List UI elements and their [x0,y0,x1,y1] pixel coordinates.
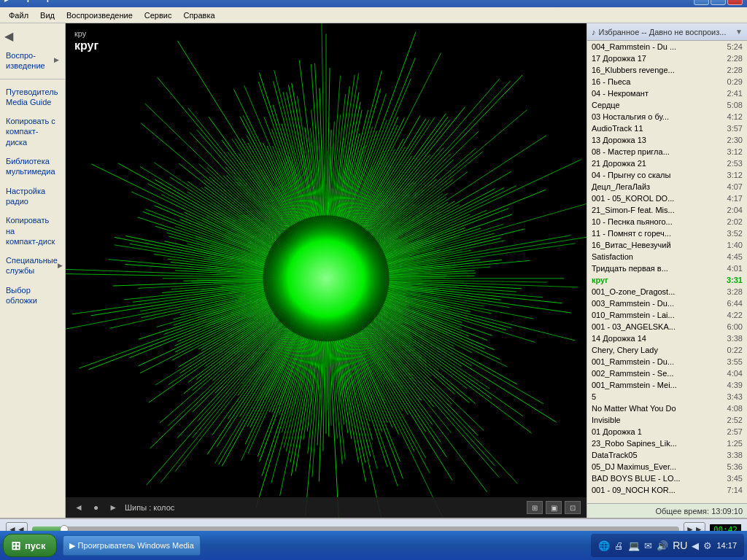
tray-settings-icon[interactable]: ⚙ [703,540,712,551]
playlist-item-name: 01 Дорожка 1 [592,427,724,436]
playlist-item-time: 2:28 [727,54,743,63]
sidebar-item-library[interactable]: Библиотекамультимедиа [0,152,65,182]
playlist-item[interactable]: 16 - Пьеса0:29 [587,76,747,88]
viz-icon-1[interactable]: ⊞ [527,501,543,514]
playlist-item[interactable]: BAD BOYS BLUE - LO...3:45 [587,472,747,484]
playlist-item[interactable]: DataTrack053:38 [587,449,747,461]
playlist-item[interactable]: 23_Robo Sapines_Lik...1:25 [587,438,747,449]
playlist-item[interactable]: Satisfaction4:45 [587,251,747,262]
playlist-item[interactable]: 05_DJ Maximus_Ever...5:36 [587,461,747,472]
tray-printer-icon[interactable]: 🖨 [614,540,624,551]
playlist-item[interactable]: Сердце5:08 [587,99,747,111]
playlist-item-name: 23_Robo Sapines_Lik... [592,439,724,448]
playlist-item[interactable]: 001_Rammstein - Du...3:55 [587,356,747,368]
playlist-item[interactable]: 11 - Помнят с гореч...3:52 [587,228,747,239]
sidebar-item-skin[interactable]: Выборобложки [0,281,65,311]
playlist-item[interactable]: 001_Rammstein - Mei...4:39 [587,379,747,391]
viz-icon-group: ⊞ ▣ ⊡ [527,501,581,514]
tray-ie-icon[interactable]: 🌐 [598,540,610,551]
playlist-item-time: 3:12 [727,147,743,156]
playlist-item[interactable]: 10 - Песнка пьяного...2:02 [587,216,747,228]
start-button[interactable]: ⊞ пуск [3,534,57,557]
tray-mail-icon[interactable]: ✉ [644,540,652,551]
playlist-item-name: Децл_ЛегаЛайз [592,182,724,191]
viz-next-btn[interactable]: ► [106,501,120,514]
playlist-item-time: 4:08 [727,404,743,413]
playlist-item[interactable]: 13 Дорожка 132:30 [587,134,747,146]
menu-view[interactable]: Вид [34,9,61,21]
sidebar-item-radio[interactable]: Настройкарадио [0,182,65,211]
viz-prev-btn[interactable]: ◄ [71,501,86,514]
playlist-item[interactable]: круг3:31 [587,274,747,286]
sidebar-item-rip[interactable]: Копировать скомпакт-диска [0,112,65,152]
playlist-item-time: 4:04 [727,369,743,378]
tray-network-icon[interactable]: 💻 [628,540,640,551]
sidebar-item-services[interactable]: Специальныеслужбы ▶ [0,251,65,281]
viz-icon-2[interactable]: ▣ [546,501,562,514]
playlist-item[interactable]: 04 - Некромант2:41 [587,88,747,99]
playlist-item[interactable]: 001 - 03_ANGELSKA...6:00 [587,321,747,332]
tray-volume-icon[interactable]: 🔊 [657,540,668,551]
sidebar-back-btn[interactable]: ◀ [0,26,65,46]
viz-icon-3[interactable]: ⊡ [565,501,581,514]
playlist-item-time: 3:43 [727,392,743,401]
playlist-item[interactable]: 003_Rammstein - Du...6:44 [587,298,747,309]
playlist-item-time: 3:38 [727,334,743,343]
playlist-item[interactable]: 001_O-zone_Dragost...3:28 [587,286,747,298]
menu-playback[interactable]: Воспроизведение [61,9,139,21]
sidebar-item-play[interactable]: Воспро-изведение ▶ [0,46,65,76]
tray-arrow-icon[interactable]: ◀ [692,540,699,551]
playlist-item[interactable]: 21 Дорожка 212:53 [587,158,747,169]
sidebar-item-burn[interactable]: Копировать накомпакт-диск [0,211,65,251]
playlist-item[interactable]: Invisible2:52 [587,414,747,426]
playlist-item-time: 1:25 [727,439,743,448]
playlist-item[interactable]: 001 - 05_KOROL DO...4:17 [587,192,747,204]
sidebar-arrow-play: ▶ [54,56,59,65]
app-icon: ▶ [4,0,16,3]
playlist-item[interactable]: 14 Дорожка 143:38 [587,332,747,344]
playlist-item[interactable]: 002_Rammstein - Se...4:04 [587,368,747,379]
maximize-button[interactable]: □ [711,0,726,5]
playlist-item-name: 04 - Некромант [592,89,724,98]
sidebar-arrow-services: ▶ [58,262,63,271]
playlist-item[interactable]: 03 Ностальгия о бу...4:12 [587,111,747,122]
playlist-item[interactable]: 01 Дорожка 12:57 [587,426,747,438]
taskbar-items: ▶ Проигрыватель Windows Media [63,535,586,556]
viz-play-btn[interactable]: ● [90,501,101,514]
playlist-item[interactable]: 16_Klubbers revenge...2:28 [587,64,747,76]
playlist-panel: ♪ Избранное -- Давно не воспроиз... ▼ 00… [587,23,747,518]
minimize-button[interactable]: − [694,0,709,5]
menu-file[interactable]: Файл [3,9,34,21]
playlist-item-name: Сердце [592,101,724,109]
sidebar-item-guide[interactable]: ПутеводительMedia Guide [0,82,65,112]
playlist-item-name: 08 - Мастер пригла... [592,147,724,156]
playlist-item-time: 3:28 [727,287,743,296]
playlist-item-time: 6:00 [727,322,743,331]
playlist-item[interactable]: 53:43 [587,391,747,402]
taskbar-app-wmp[interactable]: ▶ Проигрыватель Windows Media [63,535,201,556]
playlist-scroll[interactable]: 004_Rammstein - Du ...5:2417 Дорожка 172… [587,41,747,503]
playlist-item[interactable]: 08 - Мастер пригла...3:12 [587,146,747,158]
playlist-item[interactable]: Децл_ЛегаЛайз4:07 [587,181,747,192]
playlist-item[interactable]: 04 - Прыгну со скалы3:12 [587,169,747,181]
playlist-item-time: 0:22 [727,346,743,354]
close-button[interactable]: ✕ [727,0,743,5]
viz-visualization[interactable] [66,23,587,518]
playlist-item[interactable]: 17 Дорожка 172:28 [587,52,747,64]
viz-header: кру круг [74,29,98,52]
playlist-item[interactable]: 010_Rammstein - Lai...4:22 [587,309,747,321]
playlist-item[interactable]: Chery, Chery Lady0:22 [587,344,747,356]
playlist-item[interactable]: 001 - 09_NOCH KOR...7:14 [587,484,747,496]
menu-services[interactable]: Сервис [139,9,178,21]
menu-help[interactable]: Справка [177,9,220,21]
playlist-item[interactable]: 004_Rammstein - Du ...5:24 [587,41,747,52]
playlist-item-time: 4:39 [727,381,743,389]
playlist-item[interactable]: AudioTrack 113:57 [587,122,747,134]
playlist-item[interactable]: Тридцать первая в...4:01 [587,262,747,274]
playlist-item-name: 21 Дорожка 21 [592,159,724,168]
playlist-item[interactable]: No Matter What You Do4:08 [587,402,747,414]
playlist-item[interactable]: 16_Витас_Невезучий1:40 [587,239,747,251]
playlist-item[interactable]: 21_Simon-F feat. Mis...2:04 [587,204,747,216]
playlist-dropdown-arrow[interactable]: ▼ [735,28,743,36]
playlist-item-name: Тридцать первая в... [592,264,724,273]
